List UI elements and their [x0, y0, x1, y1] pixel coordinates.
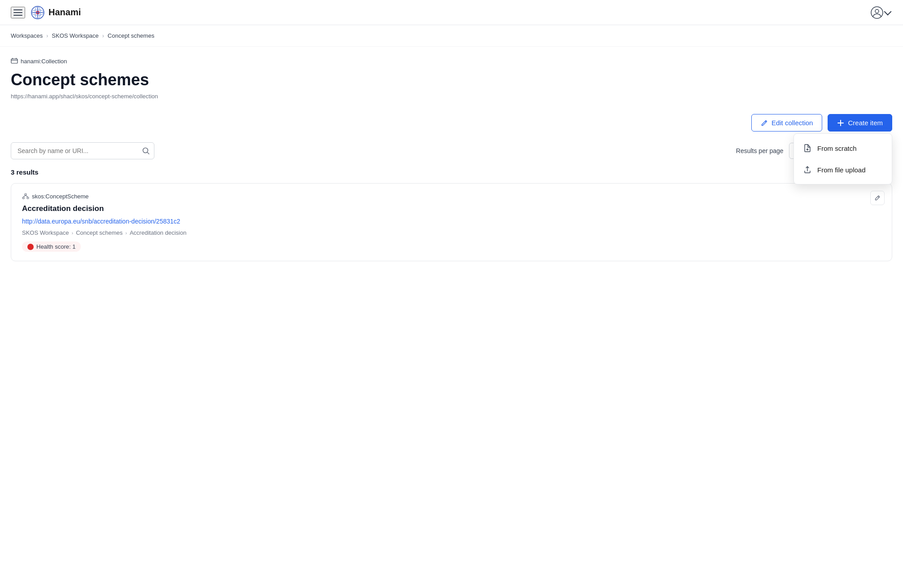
- card-link[interactable]: http://data.europa.eu/snb/accreditation-…: [22, 218, 881, 225]
- header: Hanami: [0, 0, 903, 25]
- breadcrumb-item-workspaces[interactable]: Workspaces: [11, 32, 43, 39]
- user-menu-button[interactable]: [869, 4, 892, 21]
- from-scratch-label: From scratch: [817, 145, 857, 152]
- page-content: hanami:Collection Concept schemes https:…: [0, 47, 903, 261]
- results-per-page-label: Results per page: [736, 147, 784, 154]
- create-item-dropdown: From scratch From file upload: [793, 133, 892, 184]
- card-breadcrumb-sep-1: ›: [125, 230, 127, 236]
- card-edit-button[interactable]: [870, 191, 885, 205]
- card-title: Accreditation decision: [22, 204, 881, 213]
- logo-container: Hanami: [31, 5, 81, 20]
- health-dot-icon: [27, 244, 34, 250]
- card-breadcrumb-item-1: Concept schemes: [76, 229, 123, 236]
- filters-bar: Results per page 20 50 100 Sort by R Nam…: [11, 142, 892, 159]
- svg-line-17: [148, 153, 149, 154]
- page-title: Concept schemes: [11, 70, 892, 89]
- pencil-icon: [761, 119, 768, 127]
- search-button[interactable]: [142, 147, 150, 155]
- search-wrapper: [11, 142, 154, 159]
- concept-scheme-icon: [22, 193, 29, 200]
- logo-text: Hanami: [48, 7, 81, 18]
- health-score-badge: Health score: 1: [22, 241, 81, 252]
- header-right: [869, 4, 892, 21]
- create-item-button[interactable]: Create item: [828, 114, 892, 132]
- edit-collection-label: Edit collection: [771, 119, 813, 127]
- collection-tag-label: hanami:Collection: [21, 58, 67, 65]
- card-breadcrumb-item-2: Accreditation decision: [130, 229, 186, 236]
- breadcrumb-separator-2: ›: [102, 33, 104, 39]
- page-url: https://hanami.app/shacl/skos/concept-sc…: [11, 93, 892, 100]
- svg-point-16: [143, 148, 148, 153]
- svg-line-21: [23, 195, 26, 197]
- svg-rect-8: [11, 59, 18, 63]
- breadcrumb: Workspaces › SKOS Workspace › Concept sc…: [0, 25, 903, 47]
- edit-collection-button[interactable]: Edit collection: [751, 114, 823, 132]
- health-score-label: Health score: 1: [36, 243, 75, 250]
- upload-icon: [803, 165, 812, 174]
- pencil-small-icon: [874, 195, 881, 201]
- svg-point-19: [22, 197, 24, 199]
- card-breadcrumb: SKOS Workspace › Concept schemes › Accre…: [22, 229, 881, 236]
- card-breadcrumb-item-0: SKOS Workspace: [22, 229, 69, 236]
- dropdown-item-from-file-upload[interactable]: From file upload: [794, 159, 892, 180]
- search-icon: [142, 147, 150, 155]
- hamburger-button[interactable]: [11, 7, 25, 18]
- file-plus-icon: [803, 144, 812, 153]
- user-icon: [871, 6, 883, 19]
- search-input[interactable]: [11, 142, 154, 159]
- dropdown-item-from-scratch[interactable]: From scratch: [794, 137, 892, 159]
- chevron-down-icon: [884, 8, 892, 15]
- card-breadcrumb-sep-0: ›: [72, 230, 74, 236]
- breadcrumb-separator: ›: [46, 33, 48, 39]
- card-type: skos:ConceptScheme: [22, 193, 881, 200]
- breadcrumb-item-skos-workspace[interactable]: SKOS Workspace: [52, 32, 99, 39]
- svg-point-20: [27, 197, 29, 199]
- concept-scheme-card: skos:ConceptScheme Accreditation decisio…: [11, 183, 892, 261]
- collection-tag: hanami:Collection: [11, 57, 892, 65]
- breadcrumb-current: Concept schemes: [108, 32, 154, 39]
- from-file-upload-label: From file upload: [817, 166, 866, 174]
- toolbar: Edit collection Create item F: [11, 114, 892, 132]
- svg-point-7: [875, 9, 879, 13]
- collection-icon: [11, 57, 18, 65]
- svg-point-18: [25, 193, 26, 195]
- create-item-label: Create item: [848, 119, 883, 127]
- results-count: 3 results: [11, 168, 892, 176]
- svg-line-22: [26, 195, 28, 197]
- card-type-label: skos:ConceptScheme: [32, 193, 88, 200]
- hanami-logo-icon: [31, 5, 45, 20]
- header-left: Hanami: [11, 5, 81, 20]
- plus-icon: [837, 119, 844, 127]
